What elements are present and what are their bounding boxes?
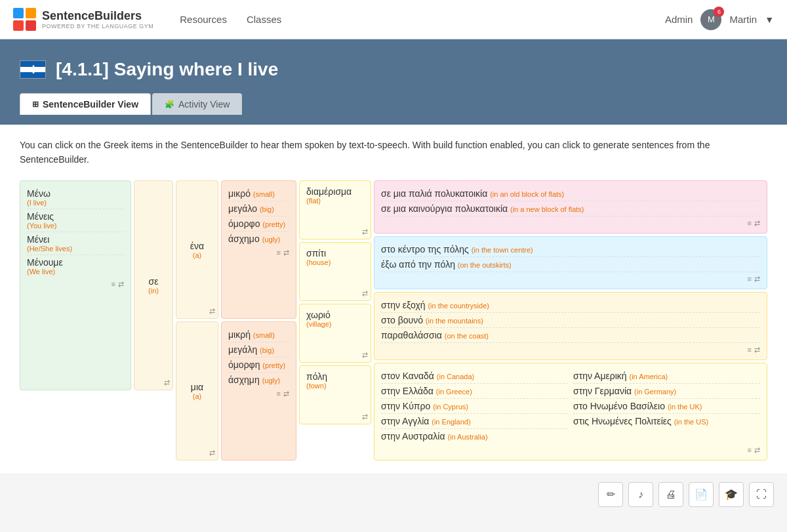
nav-classes[interactable]: Classes [247,14,281,25]
tab-sentencebuilder[interactable]: ⊞ SentenceBuilder View [20,93,151,115]
col-noun-house[interactable]: σπίτι (house) ⇄ [299,242,371,301]
col-ena-cell[interactable]: ένα (a) ⇄ [176,180,218,319]
nav-resources[interactable]: Resources [180,14,227,25]
page-title: [4.1.1] Saying where I live [56,59,278,80]
nav-links: Resources Classes [180,14,665,25]
col-article: ένα (a) ⇄ μια (a) ⇄ [176,180,218,460]
hero-title-row: [4.1.1] Saying where I live [20,59,767,80]
brand-sub: POWERED BY THE LANGUAGE GYM [42,23,153,30]
verb-1[interactable]: Μένω (I live) [27,186,124,209]
adj-mia-1[interactable]: μικρή (small) [228,327,289,342]
cream-2[interactable]: στο βουνό (in the mountains) [381,313,760,328]
verb-2[interactable]: Μένεις (You live) [27,209,124,232]
toolbar-share-btn[interactable]: 🎓 [719,482,744,507]
verb-3[interactable]: Μένει (He/She lives) [27,232,124,255]
toolbar-print-btn[interactable]: 🖨 [658,482,683,507]
shuffle-icon3: ⇄ [283,390,289,398]
right-blue-block: στο κέντρο της πόλης (in the town centre… [374,236,767,289]
adj-ena-2[interactable]: μεγάλο (big) [228,201,289,216]
bottom-toolbar: ✏ ♪ 🖨 📄 🎓 ⛶ [0,474,787,515]
bars-icon5: ≡ [748,275,752,283]
adj-mia-3[interactable]: όμορφη (pretty) [228,358,289,373]
logo-sq4 [26,20,36,31]
col-right: σε μια παλιά πολυκατοικία (in an old blo… [374,180,767,460]
tab-sb-label: SentenceBuilder View [43,99,138,110]
col-mia-cell[interactable]: μια (a) ⇄ [176,321,218,460]
tab-sb-icon: ⊞ [32,100,39,109]
col-se-cell[interactable]: σε (in) ⇄ [134,180,173,390]
greece-flag [20,60,46,79]
shuffle-icon5: ⇄ [754,275,760,283]
adj-mia-list: μικρή (small) μεγάλη (big) όμορφη (prett… [228,327,289,387]
col3b-icon: ⇄ [209,449,215,457]
yellow-left: στον Καναδά (in Canada) στην Ελλάδα (in … [381,369,568,443]
shuffle-icon7: ⇄ [754,446,760,455]
adj-ena-1[interactable]: μικρό (small) [228,186,289,201]
right-yellow-block: στον Καναδά (in Canada) στην Ελλάδα (in … [374,363,767,460]
col-noun-flat[interactable]: διαμέρισμα (flat) ⇄ [299,180,371,239]
toolbar-fullscreen-btn[interactable]: ⛶ [749,482,774,507]
yellow-two-col: στον Καναδά (in Canada) στην Ελλάδα (in … [381,369,760,443]
yellow-l5[interactable]: στην Αυστραλία (in Australia) [381,429,568,443]
shuffle-icon2: ⇄ [283,249,289,257]
toolbar-audio-btn[interactable]: ♪ [628,482,653,507]
avatar-initial: M [708,14,715,24]
col-nouns: διαμέρισμα (flat) ⇄ σπίτι (house) ⇄ χωρι… [299,180,371,460]
pink-2[interactable]: σε μια καινούργια πολυκατοικία (in a new… [381,201,760,216]
yellow-r3[interactable]: στο Ηνωμένο Βασίλειο (in the UK) [573,399,760,414]
yellow-l3[interactable]: στην Κύπρο (in Cyprus) [381,399,568,414]
col-se: σε (in) ⇄ [134,180,173,460]
blue-icons: ≡ ⇄ [381,275,760,283]
cream-1[interactable]: στην εξοχή (in the countryside) [381,298,760,313]
cream-icons: ≡ ⇄ [381,346,760,354]
yellow-right: στην Αμερική (in America) στην Γερμανία … [573,369,760,443]
yellow-r1[interactable]: στην Αμερική (in America) [573,369,760,384]
bars-icon: ≡ [111,280,115,289]
adj-mia-4[interactable]: άσχημη (ugly) [228,373,289,387]
yellow-icons: ≡ ⇄ [381,446,760,455]
bars-icon4: ≡ [748,219,752,228]
col-verbs-cell: Μένω (I live) Μένεις (You live) Μένει (H… [20,180,131,390]
col1-icons: ≡ ⇄ [27,280,124,289]
col4b-icons: ≡ ⇄ [228,390,289,398]
yellow-l2[interactable]: στην Ελλάδα (in Greece) [381,384,568,399]
tab-act-icon: 🧩 [165,100,174,109]
brand-text: SentenceBuilders POWERED BY THE LANGUAGE… [42,9,153,30]
adj-ena-list: μικρό (small) μεγάλο (big) όμορφο (prett… [228,186,289,246]
adj-mia-2[interactable]: μεγάλη (big) [228,342,289,358]
yellow-r4[interactable]: στις Ηνωμένες Πολιτείες (in the US) [573,414,760,428]
adj-ena-4[interactable]: άσχημο (ugly) [228,232,289,246]
brand: SentenceBuilders POWERED BY THE LANGUAGE… [13,8,153,31]
right-cream-block: στην εξοχή (in the countryside) στο βουν… [374,292,767,360]
bars-icon7: ≡ [748,446,752,455]
col-adj: μικρό (small) μεγάλο (big) όμορφο (prett… [221,180,296,460]
nav-user[interactable]: Martin [729,14,757,25]
shuffle-icon6: ⇄ [754,346,760,354]
right-pink-block: σε μια παλιά πολυκατοικία (in an old blo… [374,180,767,234]
col5a-icon: ⇄ [362,228,368,236]
blue-2[interactable]: έξω από την πόλη (on the outskirts) [381,257,760,272]
col4a-icons: ≡ ⇄ [228,249,289,257]
col5b-icon: ⇄ [362,289,368,298]
toolbar-edit-btn[interactable]: ✏ [598,482,623,507]
cream-3[interactable]: παραθαλάσσια (on the coast) [381,328,760,343]
nav-right: Admin M 6 Martin ▼ [665,9,774,30]
nav-avatar: M 6 [700,9,721,30]
col5c-icon: ⇄ [362,351,368,359]
verb-4[interactable]: Μένουμε (We live) [27,255,124,277]
logo-sq1 [13,8,24,18]
nav-user-caret[interactable]: ▼ [765,14,774,25]
yellow-r2[interactable]: στην Γερμανία (in Germany) [573,384,760,399]
logo-sq3 [13,20,24,31]
shuffle-icon4: ⇄ [754,219,760,228]
col-noun-village[interactable]: χωριό (village) ⇄ [299,304,371,363]
toolbar-doc-btn[interactable]: 📄 [689,482,714,507]
blue-1[interactable]: στο κέντρο της πόλης (in the town centre… [381,242,760,257]
tab-activity[interactable]: 🧩 Activity View [152,93,242,115]
yellow-l4[interactable]: στην Αγγλία (in England) [381,414,568,429]
yellow-l1[interactable]: στον Καναδά (in Canada) [381,369,568,384]
pink-1[interactable]: σε μια παλιά πολυκατοικία (in an old blo… [381,186,760,201]
pink-icons: ≡ ⇄ [381,219,760,228]
col-noun-town[interactable]: πόλη (town) ⇄ [299,365,371,424]
adj-ena-3[interactable]: όμορφο (pretty) [228,216,289,232]
